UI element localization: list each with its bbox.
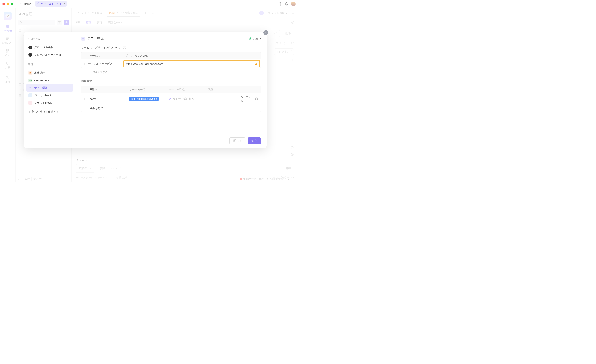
env-badge: ロ [29, 94, 32, 97]
env-item-label: クラウドMock [34, 101, 52, 105]
env-item-label: ローカルMock [34, 94, 52, 97]
svc-head-url: プリフィックスURL [123, 52, 261, 59]
var-remote-tag[interactable]: faker.address.cityName [129, 97, 159, 101]
v-badge: V [29, 45, 32, 49]
modal-title: テスト環境 [87, 36, 104, 41]
project-tab[interactable]: ペットストアAPI ✕ [35, 1, 67, 7]
plus-icon: + [82, 71, 84, 74]
gear-icon[interactable] [278, 2, 282, 6]
env-item-hon[interactable]: 本本番環境 [26, 69, 73, 77]
add-environment[interactable]: + 新しい環境を作成する [26, 108, 73, 116]
var-name[interactable]: name [87, 96, 127, 102]
envvar-section-label: 環境変数 [81, 79, 261, 83]
env-badge: De [29, 79, 32, 82]
service-section-label: サービス（プリフィックスURL） ? [81, 46, 261, 49]
env-badge: テ [81, 37, 85, 41]
global-params-label: グローバルパラメータ [34, 53, 61, 57]
home-label: Home [24, 2, 31, 5]
close-button[interactable]: 閉じる [229, 137, 246, 144]
p-badge: P [29, 53, 32, 57]
global-params-item[interactable]: P グローバルパラメータ [26, 51, 73, 59]
env-item-label: 本番環境 [34, 71, 45, 75]
drag-handle-icon[interactable]: ⠿ [82, 96, 87, 102]
modal-sidebar: グローバル V グローバル変数 P グローバルパラメータ 環境 本本番環境DeD… [24, 32, 75, 148]
plus-icon: + [29, 110, 30, 113]
drag-handle-icon[interactable]: ⠿ [82, 59, 87, 68]
service-row: ⠿ デフォルトサービス ··· [82, 59, 261, 68]
share-selector[interactable]: 共有 ▾ [249, 37, 261, 41]
service-more-icon[interactable]: ··· [119, 62, 122, 66]
env-item-dev[interactable]: DeDevelop Env [26, 77, 73, 84]
add-env-label: 新しい環境を作成する [32, 110, 59, 114]
modal-content: テ テスト環境 共有 ▾ サービス（プリフィックスURL） ? サービス名 プリ… [75, 32, 267, 148]
share-label: 共有 [253, 37, 259, 41]
service-table: サービス名 プリフィックスURL ⠿ デフォルトサービス ··· [81, 52, 261, 68]
env-badge: テ [29, 86, 32, 90]
env-badge: ク [29, 101, 32, 105]
minimize-window-icon[interactable] [7, 3, 9, 5]
home-tab[interactable]: Home [17, 1, 33, 6]
traffic-lights [2, 3, 13, 5]
url-input[interactable] [123, 60, 260, 67]
var-head-desc: 説明 [206, 86, 238, 93]
var-local[interactable]: リモート値に従う [166, 95, 206, 103]
info-icon[interactable]: ? [142, 88, 145, 91]
svc-head-name: サービス名 [87, 52, 123, 59]
add-service-label: サービスを追加する [85, 70, 108, 74]
close-window-icon[interactable] [2, 3, 5, 5]
service-name[interactable]: デフォルトサービス [88, 62, 112, 66]
close-tab-icon[interactable]: ✕ [63, 2, 65, 5]
global-header: グローバル [26, 36, 73, 44]
variable-row: ⠿ name faker.address.cityName リモート値に従う も… [82, 93, 261, 104]
info-icon[interactable]: ? [123, 46, 126, 49]
svg-rect-23 [250, 38, 251, 40]
add-service[interactable]: + サービスを追加する [81, 70, 261, 74]
warning-icon [254, 62, 258, 66]
var-head-remote: リモート値 ? [127, 86, 166, 93]
svg-point-0 [280, 4, 281, 4]
env-item-local[interactable]: ロローカルMock [26, 92, 73, 99]
env-badge: 本 [29, 71, 32, 75]
global-vars-label: グローバル変数 [34, 45, 53, 49]
environment-modal: ✕ グローバル V グローバル変数 P グローバルパラメータ 環境 本本番環境D… [24, 32, 267, 148]
bell-icon[interactable] [285, 2, 288, 6]
env-item-label: テスト環境 [34, 86, 48, 90]
avatar[interactable] [291, 2, 296, 6]
link-icon [169, 97, 171, 100]
project-tab-label: ペットストアAPI [41, 2, 61, 6]
env-header: 環境 [26, 61, 73, 69]
variable-placeholder-row[interactable]: 変数を追加 [82, 104, 261, 112]
unlock-icon [249, 37, 252, 40]
link-icon [37, 2, 39, 5]
info-icon[interactable]: ? [182, 88, 185, 91]
remove-icon[interactable] [255, 97, 258, 101]
env-item-label: Develop Env [34, 79, 50, 82]
window-chrome: Home ペットストアAPI ✕ [0, 0, 298, 8]
modal-overlay: ✕ グローバル V グローバル変数 P グローバルパラメータ 環境 本本番環境D… [0, 8, 298, 182]
save-button[interactable]: 保存 [247, 137, 261, 144]
maximize-window-icon[interactable] [11, 3, 13, 5]
variable-table: 変数名 リモート値 ? ローカル値 ? 説明 ⠿ name faker.addr… [81, 86, 261, 112]
env-item-cloud[interactable]: ククラウドMock [26, 99, 73, 107]
var-head-local: ローカル値 ? [166, 86, 206, 93]
var-more-link[interactable]: もっと見る [240, 95, 253, 103]
modal-close-button[interactable]: ✕ [263, 30, 268, 35]
env-item-test[interactable]: テテスト環境 [26, 84, 73, 92]
global-vars-item[interactable]: V グローバル変数 [26, 44, 73, 51]
var-head-name: 変数名 [87, 86, 127, 93]
var-placeholder: 変数を追加 [87, 105, 127, 112]
home-icon [20, 2, 23, 5]
